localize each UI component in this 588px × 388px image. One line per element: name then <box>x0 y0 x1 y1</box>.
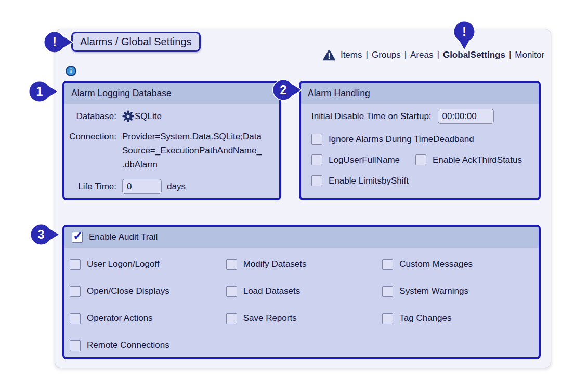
checkbox-modify-datasets[interactable]: Modify Datasets <box>226 251 383 278</box>
nav-separator: | <box>404 50 407 60</box>
checkbox-label: System Warnings <box>399 286 468 296</box>
nav-separator: | <box>509 50 511 60</box>
audit-trail-panel: ✓ Enable Audit Trail User Logon/Logoff O… <box>62 225 541 359</box>
checkbox-box[interactable] <box>311 134 322 145</box>
gear-icon <box>122 110 134 122</box>
checkbox-box[interactable] <box>382 313 393 324</box>
checkbox-box[interactable] <box>70 286 81 297</box>
checkbox-label: Tag Changes <box>399 313 451 324</box>
panel-logging-title: Alarm Logging Database <box>71 88 172 99</box>
connection-line: .dbAlarm <box>122 158 279 172</box>
nav-item-areas[interactable]: Areas <box>410 50 433 60</box>
checkbox-label: LogUserFullName <box>329 155 400 165</box>
breadcrumb-nav: Items | Groups | Areas | GlobalSettings … <box>323 49 544 61</box>
connection-line: Source=_ExecutionPathAndName_ <box>122 144 279 158</box>
info-icon-glyph: i <box>70 67 72 74</box>
alarm-handling-panel: Alarm Handling Initial Disable Time on S… <box>299 81 541 200</box>
nav-item-monitor[interactable]: Monitor <box>515 50 544 60</box>
database-value: SQLite <box>135 111 162 122</box>
audit-options-grid: User Logon/Logoff Open/Close Displays Op… <box>64 248 539 359</box>
checkbox-user-logon-logoff[interactable]: User Logon/Logoff <box>70 251 226 278</box>
checkbox-remote-connections[interactable]: Remote Connections <box>70 332 226 359</box>
checkbox-box[interactable] <box>70 313 81 324</box>
nav-badge-glyph: ! <box>462 24 466 38</box>
checkbox-enable-limitsbyshift[interactable]: Enable LimitsbyShift <box>311 175 409 186</box>
database-selector[interactable]: SQLite <box>122 110 279 122</box>
callout-badge-1: 1 <box>29 80 59 103</box>
checkbox-tag-changes[interactable]: Tag Changes <box>382 305 539 332</box>
page-title-label: Alarms / Global Settings <box>80 36 192 48</box>
nav-item-groups[interactable]: Groups <box>372 50 401 60</box>
checkbox-box[interactable] <box>70 259 81 270</box>
nav-callout-badge: ! <box>453 21 476 51</box>
checkbox-label: Remote Connections <box>87 340 169 351</box>
lifetime-input[interactable] <box>122 179 162 194</box>
callout-badge-3: 3 <box>30 223 60 246</box>
panel-logging-header: Alarm Logging Database <box>64 83 279 104</box>
connection-line: Provider=System.Data.SQLite;Data <box>122 130 279 144</box>
checkbox-enable-audit-trail[interactable]: ✓ Enable Audit Trail <box>72 232 158 243</box>
callout-badge-2: 2 <box>272 79 303 101</box>
checkbox-box[interactable] <box>226 313 237 324</box>
page-title: Alarms / Global Settings <box>71 32 201 52</box>
checkbox-label: User Logon/Logoff <box>87 259 160 269</box>
badge-2-number: 2 <box>280 83 287 97</box>
panel-audit-header: ✓ Enable Audit Trail <box>64 227 539 248</box>
initial-disable-time-input[interactable] <box>438 109 494 124</box>
checkbox-box[interactable] <box>70 340 81 351</box>
checkbox-box-checked[interactable]: ✓ <box>72 232 83 243</box>
connection-value: Provider=System.Data.SQLite;Data Source=… <box>122 130 279 172</box>
checkbox-load-datasets[interactable]: Load Datasets <box>226 278 383 305</box>
info-icon[interactable]: i <box>66 66 76 76</box>
checkbox-label: Enable Audit Trail <box>89 232 158 242</box>
alert-triangle-icon <box>323 49 335 61</box>
checkbox-ignore-alarms-timedeadband[interactable]: Ignore Alarms During TimeDeadband <box>311 134 474 145</box>
checkbox-label: Enable LimitsbyShift <box>329 176 409 186</box>
checkbox-operator-actions[interactable]: Operator Actions <box>70 305 226 332</box>
nav-item-items[interactable]: Items <box>341 50 362 60</box>
nav-separator: | <box>365 50 368 60</box>
checkbox-label: Open/Close Displays <box>87 286 169 296</box>
checkbox-label: Operator Actions <box>87 313 153 324</box>
page: { "header": { "title": "Alarms / Global … <box>0 0 588 388</box>
checkbox-save-reports[interactable]: Save Reports <box>226 305 383 332</box>
alarm-logging-database-panel: Alarm Logging Database Database: SQLite … <box>62 81 281 200</box>
checkbox-label: Load Datasets <box>243 286 300 296</box>
checkbox-custom-messages[interactable]: Custom Messages <box>382 251 539 278</box>
checkbox-enable-ackthirdstatus[interactable]: Enable AckThirdStatus <box>415 154 522 165</box>
checkbox-label: Custom Messages <box>399 259 473 269</box>
checkbox-box[interactable] <box>226 286 237 297</box>
checkbox-box[interactable] <box>226 259 237 270</box>
checkbox-box[interactable] <box>415 154 426 165</box>
lifetime-unit: days <box>167 182 186 192</box>
checkbox-box[interactable] <box>382 259 393 270</box>
lifetime-label: Life Time: <box>64 182 116 192</box>
checkbox-box[interactable] <box>311 175 322 186</box>
check-mark-icon: ✓ <box>73 229 83 242</box>
audit-column-1: User Logon/Logoff Open/Close Displays Op… <box>70 251 226 359</box>
checkbox-box[interactable] <box>311 154 322 165</box>
panel-handling-title: Alarm Handling <box>308 88 370 99</box>
title-callout-badge: ! <box>44 31 74 54</box>
initial-disable-label: Initial Disable Time on Startup: <box>311 111 432 122</box>
connection-label: Connection: <box>64 130 116 144</box>
checkbox-box[interactable] <box>382 286 393 297</box>
badge-1-number: 1 <box>36 85 43 98</box>
database-label: Database: <box>64 111 116 122</box>
nav-separator: | <box>437 50 439 60</box>
audit-column-2: Modify Datasets Load Datasets Save Repor… <box>226 251 383 359</box>
checkbox-label: Ignore Alarms During TimeDeadband <box>329 134 474 145</box>
checkbox-label: Enable AckThirdStatus <box>433 155 522 165</box>
checkbox-label: Modify Datasets <box>243 259 307 269</box>
nav-item-globalsettings[interactable]: GlobalSettings <box>443 50 505 60</box>
checkbox-open-close-displays[interactable]: Open/Close Displays <box>70 278 226 305</box>
badge-3-number: 3 <box>38 228 45 241</box>
audit-column-3: Custom Messages System Warnings Tag Chan… <box>382 251 539 359</box>
checkbox-loguserfullname[interactable]: LogUserFullName <box>311 154 415 165</box>
checkbox-label: Save Reports <box>243 313 297 324</box>
title-badge-glyph: ! <box>53 35 57 49</box>
panel-handling-header: Alarm Handling <box>301 83 539 104</box>
checkbox-system-warnings[interactable]: System Warnings <box>382 278 539 305</box>
